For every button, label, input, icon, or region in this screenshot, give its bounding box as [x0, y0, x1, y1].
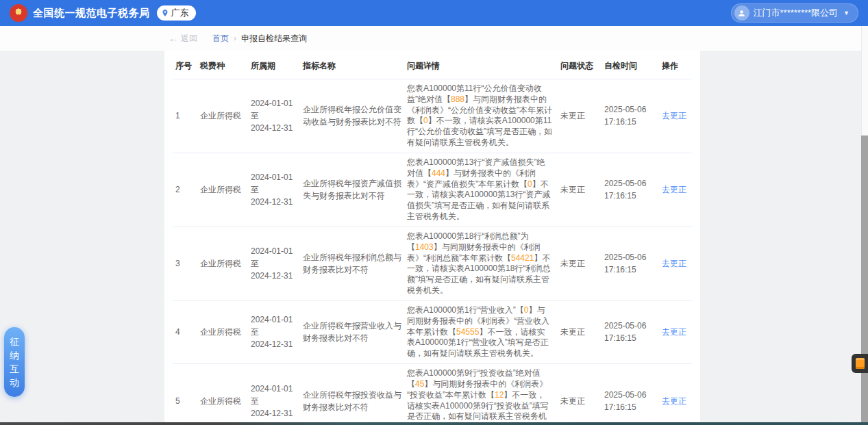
column-header-1: 税费种 [197, 52, 248, 79]
period-cell: 2024-01-01 至2024-12-31 [248, 79, 300, 153]
scrollbar-thumb[interactable] [861, 136, 868, 425]
period-cell: 2024-01-01 至2024-12-31 [248, 300, 300, 363]
assistant-button[interactable] [852, 354, 868, 373]
breadcrumb-separator: › [234, 34, 236, 43]
tax-type-cell: 企业所得税 [197, 153, 248, 227]
index-cell: 1 [173, 79, 197, 153]
status-cell: 未更正 [558, 79, 602, 153]
user-avatar-icon [734, 5, 749, 21]
status-cell: 未更正 [558, 364, 602, 425]
check-time-cell: 2025-05-0617:16:15 [602, 364, 659, 425]
region-label: 广东 [171, 7, 189, 19]
indicator-cell: 企业所得税年报公允价值变动收益与财务报表比对不符 [300, 79, 404, 153]
column-header-2: 所属期 [248, 52, 300, 79]
detail-cell: 您表A100000第9行“投资收益”绝对值【45】与同期财务报表中的《利润表》“… [404, 364, 558, 425]
go-correct-link[interactable]: 去更正 [662, 111, 686, 120]
footer-edge-strip [0, 422, 868, 425]
column-header-7: 操作 [659, 52, 692, 79]
detail-cell: 您表A100000第1行“营业收入”【0】与同期财务报表中的《利润表》“营业收入… [404, 300, 558, 363]
indicator-cell: 企业所得税年报利润总额与财务报表比对不符 [300, 227, 404, 300]
indicator-cell: 企业所得税年报营业收入与财务报表比对不符 [300, 300, 404, 363]
chevron-down-icon: ▼ [843, 10, 850, 16]
column-header-5: 问题状态 [558, 52, 602, 79]
back-label: 返回 [181, 33, 197, 44]
assistant-robot-icon [856, 358, 865, 369]
app-title: 全国统一规范电子税务局 [33, 7, 150, 20]
go-correct-link[interactable]: 去更正 [662, 185, 686, 194]
table-body: 1企业所得税2024-01-01 至2024-12-31企业所得税年报公允价值变… [173, 79, 692, 425]
check-time-cell: 2025-05-0617:16:15 [602, 227, 659, 300]
indicator-cell: 企业所得税年报资产减值损失与财务报表比对不符 [300, 153, 404, 227]
table-header-row: 序号税费种所属期指标名称问题详情问题状态自检时间操作 [173, 52, 692, 79]
check-time-cell: 2025-05-0617:16:15 [602, 79, 659, 153]
detail-cell: 您表A100000第18行“利润总额”为【1403】与同期财务报表中的《利润表》… [404, 227, 558, 300]
breadcrumb-current: 申报自检结果查询 [241, 33, 307, 44]
top-header: ★ 全国统一规范电子税务局 广东 江门市*********限公司 ▼ [0, 0, 868, 26]
tax-emblem-logo: ★ [10, 4, 27, 22]
detail-cell: 您表A100000第13行“资产减值损失”绝对值【444】与财务报表中的《利润表… [404, 153, 558, 227]
location-pin-icon [161, 9, 169, 17]
column-header-6: 自检时间 [602, 52, 659, 79]
status-cell: 未更正 [558, 227, 602, 300]
tax-type-cell: 企业所得税 [197, 364, 248, 425]
breadcrumb-home[interactable]: 首页 [212, 33, 229, 44]
column-header-0: 序号 [173, 52, 197, 79]
column-header-4: 问题详情 [404, 52, 558, 79]
table-row: 3企业所得税2024-01-01 至2024-12-31企业所得税年报利润总额与… [173, 227, 692, 300]
column-header-3: 指标名称 [300, 52, 404, 79]
user-company-name: 江门市*********限公司 [754, 7, 839, 19]
region-badge[interactable]: 广东 [157, 5, 196, 21]
table-row: 1企业所得税2024-01-01 至2024-12-31企业所得税年报公允价值变… [173, 79, 692, 153]
period-cell: 2024-01-01 至2024-12-31 [248, 364, 300, 425]
breadcrumb-band: ← 返回 首页 › 申报自检结果查询 [0, 26, 868, 51]
index-cell: 2 [173, 153, 197, 227]
tax-type-cell: 企业所得税 [197, 300, 248, 363]
breadcrumb: ← 返回 首页 › 申报自检结果查询 [0, 26, 868, 51]
go-correct-link[interactable]: 去更正 [662, 396, 686, 406]
table-row: 2企业所得税2024-01-01 至2024-12-31企业所得税年报资产减值损… [173, 153, 692, 227]
table-row: 5企业所得税2024-01-01 至2024-12-31企业所得税年报投资收益与… [173, 364, 692, 425]
back-button[interactable]: ← 返回 [169, 33, 197, 44]
status-cell: 未更正 [558, 153, 602, 227]
action-cell: 去更正 [659, 79, 692, 153]
detail-cell: 您表A100000第11行“公允价值变动收益”绝对值【888】与同期财务报表中的… [404, 79, 558, 153]
check-time-cell: 2025-05-0617:16:15 [602, 300, 659, 363]
table-row: 4企业所得税2024-01-01 至2024-12-31企业所得税年报营业收入与… [173, 300, 692, 363]
main-content: 序号税费种所属期指标名称问题详情问题状态自检时间操作 1企业所得税2024-01… [0, 51, 868, 425]
interaction-floating-widget[interactable]: 征纳互动 [4, 327, 25, 397]
tax-type-cell: 企业所得税 [197, 227, 248, 300]
tax-type-cell: 企业所得税 [197, 79, 248, 153]
results-table: 序号税费种所属期指标名称问题详情问题状态自检时间操作 1企业所得税2024-01… [173, 52, 692, 425]
period-cell: 2024-01-01 至2024-12-31 [248, 153, 300, 227]
action-cell: 去更正 [659, 364, 692, 425]
action-cell: 去更正 [659, 300, 692, 363]
indicator-cell: 企业所得税年报投资收益与财务报表比对不符 [300, 364, 404, 425]
action-cell: 去更正 [659, 153, 692, 227]
index-cell: 5 [173, 364, 197, 425]
top-header-left: ★ 全国统一规范电子税务局 广东 [10, 4, 196, 22]
check-time-cell: 2025-05-0617:16:15 [602, 153, 659, 227]
index-cell: 4 [173, 300, 197, 363]
user-menu[interactable]: 江门市*********限公司 ▼ [731, 3, 858, 23]
index-cell: 3 [173, 227, 197, 300]
action-cell: 去更正 [659, 227, 692, 300]
period-cell: 2024-01-01 至2024-12-31 [248, 227, 300, 300]
go-correct-link[interactable]: 去更正 [662, 259, 686, 268]
results-card: 序号税费种所属期指标名称问题详情问题状态自检时间操作 1企业所得税2024-01… [164, 51, 700, 425]
go-correct-link[interactable]: 去更正 [662, 327, 686, 337]
status-cell: 未更正 [558, 300, 602, 363]
back-arrow-icon: ← [169, 33, 178, 44]
